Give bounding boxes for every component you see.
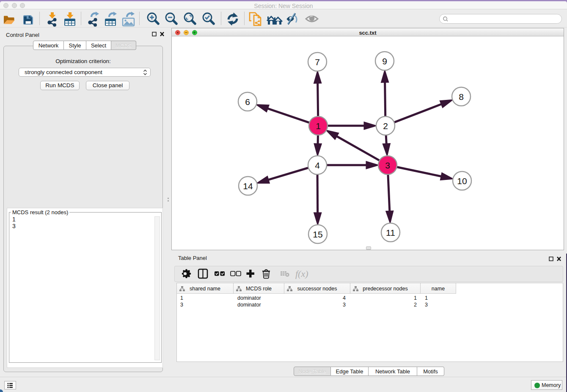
svg-text:8: 8 — [459, 92, 464, 102]
svg-text:15: 15 — [313, 229, 322, 239]
svg-text:14: 14 — [243, 181, 253, 191]
svg-text:1: 1 — [316, 121, 321, 131]
svg-text:9: 9 — [382, 56, 387, 66]
svg-text:7: 7 — [315, 57, 320, 67]
svg-text:2: 2 — [383, 121, 388, 131]
svg-text:11: 11 — [386, 228, 395, 237]
svg-text:6: 6 — [245, 97, 250, 107]
svg-text:4: 4 — [315, 160, 320, 170]
svg-text:3: 3 — [385, 160, 390, 170]
svg-text:f(x): f(x) — [295, 268, 308, 279]
svg-text:10: 10 — [457, 176, 467, 186]
